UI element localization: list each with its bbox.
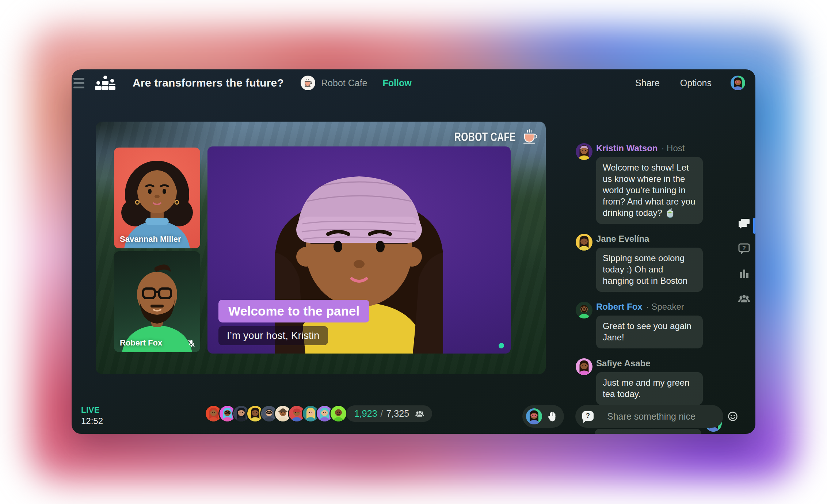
- viewer-avatar: [261, 406, 277, 421]
- page: Are transformers the future? Robot Cafe …: [0, 0, 827, 504]
- viewer-avatar-row: [206, 406, 346, 421]
- channel-name: Robot Cafe: [321, 78, 367, 88]
- channel-avatar-coffee-cup-icon: [301, 76, 315, 90]
- chat-composer: ?: [575, 405, 723, 428]
- viewer-count-max: 7,325: [386, 408, 409, 419]
- chat-author-name[interactable]: Jane Evelína: [596, 234, 649, 244]
- chat-panel: Kristin Watson · Host Welcome to show! L…: [576, 143, 724, 434]
- viewer-avatar: [247, 406, 263, 421]
- share-button[interactable]: Share: [635, 78, 660, 88]
- viewer-avatar: [303, 406, 319, 421]
- chat-author-name[interactable]: Safiye Asabe: [596, 358, 651, 369]
- raise-hand-button[interactable]: [522, 405, 564, 428]
- chat-message: Robert Fox · Speaker Great to see you ag…: [576, 302, 701, 348]
- coffee-cup-icon: [521, 128, 538, 146]
- participant-name: Robert Fox: [120, 338, 162, 348]
- stats-icon[interactable]: [737, 267, 751, 280]
- app-window: Are transformers the future? Robot Cafe …: [72, 69, 755, 434]
- chat-author-name[interactable]: Kristin Watson: [596, 143, 658, 153]
- chat-message-bubble: Great to see you again Jane!: [596, 316, 703, 348]
- mic-off-icon: [187, 339, 196, 348]
- active-tab-indicator: [753, 218, 755, 234]
- channel-chip[interactable]: Robot Cafe: [301, 76, 367, 90]
- captions: Welcome to the panel I’m your host, Kris…: [218, 300, 369, 345]
- viewer-count-current: 1,923: [354, 408, 377, 419]
- emoji-icon[interactable]: [728, 411, 738, 421]
- chat-message-bubble: Got my pu-erh and tuning in from Sydney …: [595, 429, 701, 434]
- brand-bars-logo[interactable]: [94, 75, 117, 91]
- chat-author-role: · Speaker: [646, 302, 684, 312]
- viewer-avatar: [233, 406, 249, 421]
- chat-message-bubble: Welcome to show! Let us know where in th…: [596, 157, 703, 224]
- chat-author-avatar: [576, 302, 592, 318]
- chat-message: Kristin Watson · Host Welcome to show! L…: [576, 143, 701, 224]
- sidebar-rail: ?: [737, 217, 753, 316]
- participant-name: Savannah Miller: [120, 234, 181, 244]
- chat-message-bubble: Just me and my green tea today.: [596, 372, 703, 405]
- viewer-avatar: [220, 406, 235, 421]
- svg-text:?: ?: [742, 245, 746, 251]
- live-badge: LIVE: [81, 405, 103, 415]
- participant-tile-savannah[interactable]: Savannah Miller: [114, 148, 200, 248]
- savannah-portrait: [114, 148, 200, 248]
- chat-author-avatar: [576, 143, 592, 160]
- chat-message-bubble: Sipping some oolong today :) Oh and hang…: [596, 248, 703, 292]
- people-icon: [415, 409, 425, 419]
- header: Are transformers the future? Robot Cafe …: [72, 69, 755, 96]
- stage-watermark: ROBOT CAFE: [439, 128, 538, 146]
- hamburger-menu-icon[interactable]: [73, 78, 84, 88]
- viewer-count-separator: /: [381, 408, 383, 419]
- speaking-indicator-dot: [499, 343, 504, 348]
- chat-icon[interactable]: [737, 217, 751, 231]
- raised-hand-icon: [547, 411, 558, 422]
- people-icon[interactable]: [737, 291, 751, 305]
- chat-author-avatar: [576, 358, 592, 375]
- viewer-avatar: [275, 406, 291, 421]
- viewer-avatar: [206, 406, 221, 421]
- caption-headline: Welcome to the panel: [218, 300, 369, 322]
- question-prompt-icon[interactable]: ?: [582, 411, 594, 422]
- live-status: LIVE 12:52: [81, 405, 103, 426]
- options-button[interactable]: Options: [680, 78, 712, 88]
- participant-tiles: Savannah Miller: [114, 148, 200, 352]
- watermark-text: ROBOT CAFE: [454, 130, 516, 144]
- robert-portrait: [114, 251, 200, 352]
- chat-message: Safiye Asabe Just me and my green tea to…: [576, 358, 701, 405]
- chat-author-avatar: [576, 234, 592, 251]
- viewer-avatar: [331, 406, 346, 421]
- elapsed-time: 12:52: [81, 416, 103, 426]
- caption-subline: I’m your host, Kristin: [218, 326, 328, 345]
- video-stage: ROBOT CAFE: [96, 122, 546, 374]
- chat-input[interactable]: [599, 405, 728, 428]
- current-user-avatar[interactable]: [731, 76, 745, 90]
- chat-message: Jane Evelína Sipping some oolong today :…: [576, 234, 701, 292]
- chat-author-role: · Host: [661, 143, 685, 153]
- viewer-avatar: [317, 406, 332, 421]
- viewer-avatar: [289, 406, 305, 421]
- page-title: Are transformers the future?: [133, 77, 284, 89]
- participant-tile-robert[interactable]: Robert Fox: [114, 251, 200, 352]
- current-user-avatar: [526, 408, 542, 424]
- question-icon[interactable]: ?: [737, 242, 751, 256]
- viewer-count-pill[interactable]: 1,923 / 7,325: [346, 405, 432, 422]
- chat-author-name[interactable]: Robert Fox: [596, 302, 643, 312]
- follow-button[interactable]: Follow: [382, 78, 411, 88]
- main-speaker-tile-kristin[interactable]: Welcome to the panel I’m your host, Kris…: [207, 146, 511, 354]
